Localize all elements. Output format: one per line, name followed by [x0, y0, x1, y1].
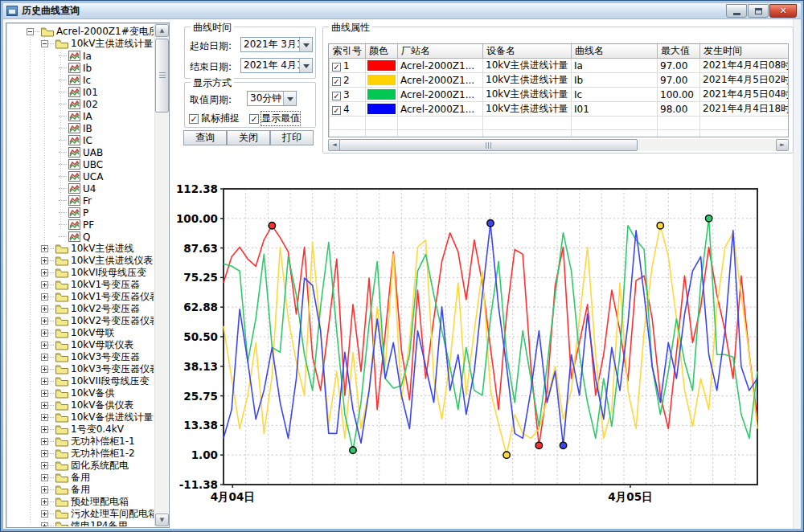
- row-checkbox[interactable]: ✓: [332, 63, 341, 72]
- expand-plus-icon[interactable]: [41, 245, 48, 252]
- tree-item-folder[interactable]: 10kV母联: [7, 327, 154, 339]
- tree-item-folder[interactable]: 10kVII段母线压变: [7, 375, 154, 387]
- tree-item-folder[interactable]: 10kV备供: [7, 387, 154, 399]
- tree-item-curve[interactable]: I02: [7, 98, 154, 110]
- scroll-up-button[interactable]: ▲: [155, 24, 169, 37]
- tree-item-folder[interactable]: 10kV3号变压器: [7, 351, 154, 363]
- tree-item-curve[interactable]: PF: [7, 219, 154, 231]
- tree-item-folder[interactable]: 固化系统配电: [7, 460, 154, 472]
- row-checkbox[interactable]: ✓: [332, 106, 341, 115]
- expand-plus-icon[interactable]: [41, 474, 48, 481]
- maximize-button[interactable]: [748, 4, 769, 18]
- tree-item-folder[interactable]: 无功补偿柜1-1: [7, 436, 154, 448]
- expand-plus-icon[interactable]: [41, 317, 48, 325]
- period-dropdown-button[interactable]: [283, 92, 296, 105]
- tree-item-curve[interactable]: UBC: [7, 158, 154, 170]
- tree-item-folder[interactable]: 10kV2号变压器: [7, 303, 154, 315]
- tree-item-folder[interactable]: Acrel-2000Z1#变电所: [7, 26, 154, 38]
- expand-plus-icon[interactable]: [41, 329, 48, 337]
- tree-item-folder[interactable]: 1号变0.4kV: [7, 424, 154, 436]
- expand-plus-icon[interactable]: [41, 462, 48, 469]
- table-row[interactable]: ✓4Acrel-2000Z1...10kV主供进线计量I0198.002021年…: [330, 102, 789, 117]
- mouse-capture-checkbox[interactable]: ✓: [189, 114, 199, 124]
- tree-item-curve[interactable]: Q: [7, 231, 154, 243]
- scroll-down-button[interactable]: ▼: [155, 514, 169, 526]
- tree-item-folder[interactable]: 10kV3号变压器仪表: [7, 363, 154, 375]
- expand-plus-icon[interactable]: [41, 438, 48, 445]
- expand-plus-icon[interactable]: [41, 510, 48, 518]
- tree-item-curve[interactable]: IA: [7, 110, 154, 122]
- print-button[interactable]: 打印: [270, 130, 314, 145]
- expand-plus-icon[interactable]: [41, 402, 48, 409]
- show-extremes-checkbox[interactable]: ✓: [249, 114, 259, 124]
- end-date-dropdown-button[interactable]: [299, 59, 312, 72]
- expand-plus-icon[interactable]: [41, 390, 48, 397]
- column-header[interactable]: 厂站名: [398, 44, 483, 59]
- column-header[interactable]: 颜色: [366, 44, 398, 59]
- tree-item-curve[interactable]: Fr: [7, 194, 154, 207]
- column-header[interactable]: 曲线名: [572, 44, 658, 59]
- row-checkbox[interactable]: ✓: [332, 77, 341, 86]
- minimize-button[interactable]: [726, 4, 747, 18]
- scroll-right-button[interactable]: ►: [776, 139, 789, 151]
- table-scrollbar[interactable]: ◄ ►: [328, 139, 789, 151]
- tree-item-folder[interactable]: 10kV备供仪表: [7, 399, 154, 411]
- expand-plus-icon[interactable]: [41, 354, 48, 361]
- expand-plus-icon[interactable]: [41, 378, 48, 385]
- tree-item-curve[interactable]: IC: [7, 134, 154, 146]
- tree-scrollbar-thumb[interactable]: [155, 39, 169, 113]
- tree-item-folder[interactable]: 备用: [7, 472, 154, 484]
- table-row[interactable]: ✓3Acrel-2000Z1...10kV主供进线计量Ic100.002021年…: [330, 88, 789, 102]
- tree-item-curve[interactable]: Ic: [7, 74, 154, 86]
- tree-item-curve[interactable]: IB: [7, 122, 154, 134]
- tree-item-folder[interactable]: 备用: [7, 484, 154, 496]
- tree-item-folder[interactable]: 10kV主供进线计量: [7, 38, 154, 50]
- expand-plus-icon[interactable]: [41, 450, 48, 457]
- close-action-button[interactable]: 关闭: [227, 130, 270, 145]
- column-header[interactable]: 最大值: [658, 44, 700, 59]
- start-date-dropdown-button[interactable]: [299, 38, 312, 51]
- tree-item-folder[interactable]: 10kV1号变压器: [7, 279, 154, 291]
- tree-scrollbar[interactable]: ▲ ▼: [154, 24, 168, 526]
- query-button[interactable]: 查询: [183, 130, 227, 145]
- start-date-combobox[interactable]: 2021年 3月30: [240, 37, 313, 52]
- tree-item-curve[interactable]: UAB: [7, 146, 154, 158]
- end-date-combobox[interactable]: 2021年 4月14: [240, 58, 313, 73]
- tree-item-curve[interactable]: U4: [7, 182, 154, 194]
- collapse-minus-icon[interactable]: [27, 28, 34, 35]
- tree-item-folder[interactable]: 10kVI段母线压变: [7, 267, 154, 279]
- expand-plus-icon[interactable]: [41, 498, 48, 505]
- expand-plus-icon[interactable]: [41, 366, 48, 373]
- tree-item-folder[interactable]: 10kV主供进线: [7, 243, 154, 255]
- tree-item-folder[interactable]: 10kV主供进线仪表: [7, 255, 154, 267]
- expand-plus-icon[interactable]: [41, 281, 48, 289]
- table-scrollbar-thumb[interactable]: [339, 139, 638, 151]
- tree-item-curve[interactable]: P: [7, 207, 154, 219]
- expand-plus-icon[interactable]: [41, 414, 48, 421]
- expand-plus-icon[interactable]: [41, 342, 48, 349]
- column-header[interactable]: 设备名: [483, 44, 572, 59]
- close-button[interactable]: ✕: [769, 4, 797, 18]
- expand-plus-icon[interactable]: [41, 426, 48, 433]
- expand-plus-icon[interactable]: [41, 486, 48, 493]
- table-row[interactable]: ✓2Acrel-2000Z1...10kV主供进线计量Ib97.002021年4…: [330, 73, 789, 88]
- tree-item-folder[interactable]: 10kV备供进线计量: [7, 411, 154, 424]
- tree-item-curve[interactable]: Ia: [7, 50, 154, 62]
- row-checkbox[interactable]: ✓: [332, 92, 341, 100]
- expand-plus-icon[interactable]: [41, 293, 48, 301]
- column-header[interactable]: 发生时间: [700, 44, 789, 59]
- expand-plus-icon[interactable]: [41, 522, 48, 526]
- tree-item-curve[interactable]: I01: [7, 86, 154, 98]
- tree-item-folder[interactable]: 污水处理车间配电箱: [7, 508, 154, 520]
- tree-item-folder[interactable]: 馈电1P4备用: [7, 520, 154, 526]
- collapse-minus-icon[interactable]: [41, 40, 48, 47]
- expand-plus-icon[interactable]: [41, 305, 48, 313]
- tree-item-folder[interactable]: 10kV1号变压器仪表: [7, 291, 154, 303]
- period-combobox[interactable]: 30分钟: [247, 91, 297, 106]
- expand-plus-icon[interactable]: [41, 269, 48, 276]
- tree-item-curve[interactable]: UCA: [7, 170, 154, 182]
- tree-item-folder[interactable]: 无功补偿柜1-2: [7, 448, 154, 460]
- column-header[interactable]: 索引号: [330, 44, 366, 59]
- expand-plus-icon[interactable]: [41, 257, 48, 264]
- tree-item-folder[interactable]: 预处理配电箱: [7, 496, 154, 508]
